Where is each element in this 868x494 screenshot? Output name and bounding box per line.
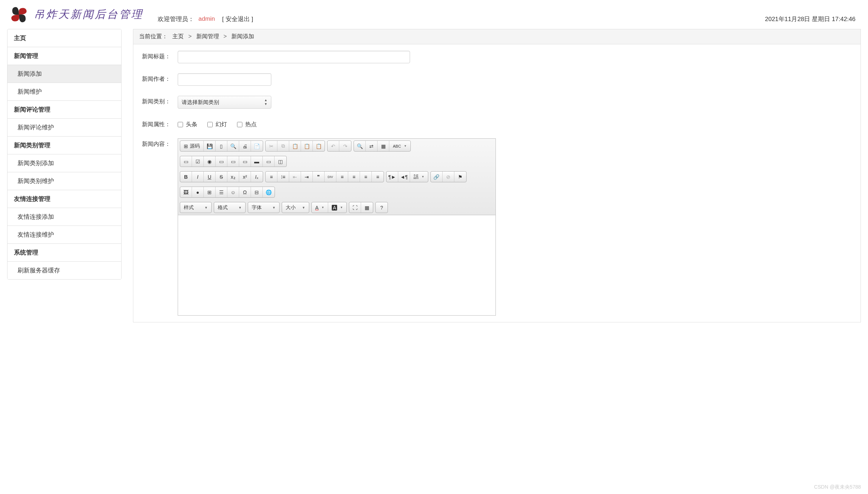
rtl-icon[interactable]: ◄¶ (398, 172, 410, 182)
sidebar-item-12[interactable]: 系统管理 (8, 244, 121, 262)
help-icon[interactable]: ? (376, 202, 388, 213)
checkbox-input[interactable] (178, 122, 183, 127)
image-button-icon[interactable]: ▭ (263, 156, 275, 167)
subscript-icon[interactable]: x₂ (227, 172, 239, 182)
category-placeholder: 请选择新闻类别 (182, 99, 219, 106)
sidebar-item-5[interactable]: 新闻评论维护 (8, 119, 121, 137)
preview-icon[interactable]: 🔍 (227, 141, 239, 151)
special-char-icon[interactable]: Ω (239, 187, 251, 197)
rich-editor: ⊞ 源码 💾 ▯ 🔍 🖨 📄 ✂ ⧉ 📋 (178, 138, 496, 316)
template-icon[interactable]: 📄 (251, 141, 263, 151)
source-button[interactable]: ⊞ 源码 (180, 141, 204, 151)
language-button[interactable]: 話▼ (410, 172, 428, 182)
align-right-icon[interactable]: ≡ (360, 172, 372, 182)
print-icon[interactable]: 🖨 (239, 141, 251, 151)
cut-icon[interactable]: ✂ (266, 141, 277, 151)
author-input[interactable] (178, 73, 271, 86)
bullet-list-icon[interactable]: ⁝≡ (277, 172, 289, 182)
div-icon[interactable]: DIV (325, 172, 336, 182)
breadcrumb-item[interactable]: 主页 (172, 33, 184, 39)
select-icon[interactable]: ▭ (239, 156, 251, 167)
sidebar-item-2[interactable]: 新闻添加 (8, 65, 121, 83)
replace-icon[interactable]: ⇄ (366, 141, 378, 151)
text-color-button[interactable]: A▼ (312, 202, 328, 213)
paste-icon[interactable]: 📋 (289, 141, 301, 151)
format-combo[interactable]: 格式▼ (214, 202, 246, 213)
breadcrumb-prefix: 当前位置： (139, 33, 168, 39)
form-icon[interactable]: ▭ (180, 156, 192, 167)
style-combo[interactable]: 样式▼ (180, 202, 212, 213)
datetime: 2021年11月28日 星期日 17:42:46 (765, 15, 855, 23)
title-input[interactable] (178, 51, 410, 63)
anchor-icon[interactable]: ⚑ (454, 172, 466, 182)
ltr-icon[interactable]: ¶► (386, 172, 398, 182)
sidebar-item-7[interactable]: 新闻类别添加 (8, 154, 121, 172)
sidebar-item-4[interactable]: 新闻评论管理 (8, 101, 121, 119)
show-blocks-icon[interactable]: ▦ (361, 202, 373, 213)
align-left-icon[interactable]: ≡ (336, 172, 348, 182)
link-icon[interactable]: 🔗 (431, 172, 443, 182)
image-icon[interactable]: 🖼 (180, 187, 192, 197)
sidebar-item-6[interactable]: 新闻类别管理 (8, 137, 121, 154)
attr-checkbox-1[interactable]: 幻灯 (207, 121, 227, 128)
redo-icon[interactable]: ↷ (339, 141, 351, 151)
sidebar-item-10[interactable]: 友情连接添加 (8, 208, 121, 226)
sidebar-item-0[interactable]: 主页 (8, 29, 121, 47)
blockquote-icon[interactable]: ❞ (313, 172, 325, 182)
unlink-icon[interactable]: ⊘ (443, 172, 454, 182)
new-page-icon[interactable]: ▯ (216, 141, 227, 151)
breadcrumb-item[interactable]: 新闻管理 (196, 33, 219, 39)
outdent-icon[interactable]: ⇤ (289, 172, 301, 182)
attr-checkbox-2[interactable]: 热点 (237, 121, 257, 128)
undo-icon[interactable]: ↶ (327, 141, 339, 151)
logo-icon (8, 4, 30, 25)
spellcheck-button[interactable]: ABC▼ (389, 141, 410, 151)
sidebar-item-13[interactable]: 刷新服务器缓存 (8, 262, 121, 279)
category-select[interactable]: 请选择新闻类别 ▲▼ (178, 96, 271, 109)
superscript-icon[interactable]: x² (239, 172, 251, 182)
align-justify-icon[interactable]: ≡ (372, 172, 384, 182)
checkbox-input[interactable] (237, 122, 242, 127)
sidebar-item-1[interactable]: 新闻管理 (8, 47, 121, 65)
paste-word-icon[interactable]: 📋 (313, 141, 325, 151)
sidebar-item-3[interactable]: 新闻维护 (8, 83, 121, 101)
bold-icon[interactable]: B (180, 172, 192, 182)
size-combo[interactable]: 大小▼ (282, 202, 309, 213)
button-icon[interactable]: ▬ (251, 156, 263, 167)
maximize-icon[interactable]: ⛶ (349, 202, 361, 213)
find-icon[interactable]: 🔍 (354, 141, 366, 151)
indent-icon[interactable]: ⇥ (301, 172, 313, 182)
paste-text-icon[interactable]: 📋 (301, 141, 313, 151)
table-icon[interactable]: ⊞ (204, 187, 216, 197)
numbered-list-icon[interactable]: ≡ (266, 172, 277, 182)
textfield-icon[interactable]: ▭ (216, 156, 227, 167)
align-center-icon[interactable]: ≡ (348, 172, 360, 182)
bg-color-button[interactable]: A▼ (328, 202, 346, 213)
iframe-icon[interactable]: 🌐 (263, 187, 275, 197)
sidebar-item-8[interactable]: 新闻类别维护 (8, 172, 121, 190)
checkbox-label: 幻灯 (216, 121, 227, 128)
strike-icon[interactable]: S (216, 172, 227, 182)
hr-icon[interactable]: ☰ (216, 187, 227, 197)
font-combo[interactable]: 字体▼ (248, 202, 280, 213)
underline-icon[interactable]: U (204, 172, 216, 182)
flash-icon[interactable]: ● (192, 187, 204, 197)
hidden-field-icon[interactable]: ◫ (275, 156, 286, 167)
breadcrumb: 当前位置： 主页 > 新闻管理 > 新闻添加 (133, 29, 860, 44)
checkbox-input[interactable] (207, 122, 213, 127)
radio-icon[interactable]: ◉ (204, 156, 216, 167)
editor-content[interactable] (178, 215, 495, 315)
sidebar-item-11[interactable]: 友情连接维护 (8, 226, 121, 244)
selectall-icon[interactable]: ▦ (378, 141, 389, 151)
logout-link[interactable]: [ 安全退出 ] (222, 15, 253, 23)
copy-icon[interactable]: ⧉ (277, 141, 289, 151)
smiley-icon[interactable]: ☺ (227, 187, 239, 197)
italic-icon[interactable]: I (192, 172, 204, 182)
pagebreak-icon[interactable]: ⊟ (251, 187, 263, 197)
checkbox-icon[interactable]: ☑ (192, 156, 204, 167)
sidebar-item-9[interactable]: 友情连接管理 (8, 190, 121, 208)
attr-checkbox-0[interactable]: 头条 (178, 121, 197, 128)
save-icon[interactable]: 💾 (204, 141, 216, 151)
textarea-icon[interactable]: ▭ (227, 156, 239, 167)
remove-format-icon[interactable]: Iₓ (251, 172, 263, 182)
